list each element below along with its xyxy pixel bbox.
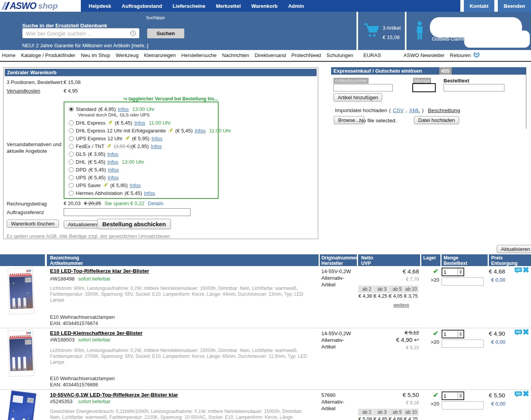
bestelltext-input[interactable] [442,340,484,348]
kontakt-button[interactable]: Kontakt [464,0,494,12]
reference-input[interactable] [64,208,191,216]
topnav-admin[interactable]: Admin [288,3,304,9]
comment-icon[interactable] [515,267,522,275]
availability-status: sofort lieferbar [78,276,110,282]
product-image[interactable]: SH [9,268,34,314]
infos-link[interactable]: Infos [108,167,119,173]
infos-link[interactable]: Infos [151,143,162,149]
nav-direktversand[interactable]: Direktversand [255,52,286,58]
infos-link[interactable]: Infos [130,182,141,188]
remove-item-icon[interactable]: ✖ [522,389,529,399]
nav-aswo-newsletter[interactable]: ASWO Newsletter [404,52,445,58]
infos-link[interactable]: Infos [144,190,155,196]
search-history-icon[interactable] [129,30,136,38]
radio-ups[interactable] [69,175,74,180]
stock-check-icon: ✔ [421,391,438,399]
infos-link[interactable]: Infos [107,151,118,157]
product-title-link[interactable]: 10-55VAC-0,1W LED-Top-Riffelkerze 3er-Bl… [50,392,178,398]
topnav-lieferscheine[interactable]: Lieferscheine [173,3,205,9]
quantity-input[interactable] [442,268,457,275]
radio-dhl-express[interactable] [69,120,74,125]
promo-text[interactable]: NEU! 2 Jahre Garantie für Millionen von … [22,43,148,48]
aswo-logo-mark-icon [3,2,8,10]
beschreibung-link[interactable]: Beschreibung [428,107,460,113]
clear-cart-button[interactable]: Warenkorb löschen [7,220,59,228]
beenden-button[interactable]: Beenden [498,0,531,12]
infos-link[interactable]: Infos [134,120,145,126]
product-image[interactable]: SH [9,330,34,376]
topnav-helpdesk[interactable]: Helpdesk [89,3,111,9]
remove-item-icon[interactable]: ✖ [522,265,529,275]
invoice-details-link[interactable]: Details [148,200,164,206]
radio-dpd[interactable] [69,167,74,172]
minicart[interactable]: 3 Artikel € 15,08 [358,12,405,50]
update-cart-button[interactable]: Aktualisieren [64,220,101,229]
nav-protechneed[interactable]: ProtechNeed [291,52,321,58]
radio-fedex-tnt[interactable] [69,144,74,149]
nav-neu-im-shop[interactable]: Neu im Shop [81,52,110,58]
quantity-spinner[interactable] [457,268,463,275]
quantity-input[interactable] [442,331,457,338]
bestelltext-express-input[interactable] [444,84,504,91]
no-file-text: No file selected. [359,118,397,123]
radio-gls[interactable] [69,152,74,157]
col-lager: Lager [421,254,440,266]
col-menge: MengeBestelltext [442,254,488,266]
stock-quantity: >20 [421,401,439,407]
menge-input[interactable] [412,83,436,92]
nav-retouren[interactable]: Retouren [450,52,470,58]
suchen-button[interactable]: Suchen [147,29,184,38]
remove-item-icon[interactable]: ✖ [522,327,529,337]
add-article-button[interactable]: Artikel hinzufügen [333,93,382,102]
upload-file-button[interactable]: Datei hochladen [414,116,459,124]
topnav-merkzettel[interactable]: Merkzettel [216,3,241,9]
infos-link[interactable]: Infos [108,175,119,181]
xml-link[interactable]: XML [409,107,420,113]
quantity-input[interactable] [442,392,457,399]
infos-link[interactable]: Infos [118,106,129,112]
retouren-icon[interactable]: R [473,51,480,59]
versandkosten-link[interactable]: Versandkosten [7,88,40,94]
product-title-link[interactable]: E10 LED-Top-Riffelkerze klar 3er-Blister [50,268,149,274]
radio-dhl[interactable] [69,159,74,164]
nav-kleinanzeigen[interactable]: Kleinanzeigen [144,52,176,58]
infos-link[interactable]: Infos [151,136,162,141]
radio-standard[interactable] [69,107,74,112]
infos-link[interactable]: Infos [195,128,206,134]
search-input[interactable] [22,28,139,38]
user-box[interactable]: Gottlieb-Daimler- [406,12,531,50]
product-title-link[interactable]: E10 LED-Kleinschaftkerze 3er-Blister [50,330,143,336]
radio-ups-express-12[interactable] [69,136,74,141]
nav-herstellersuche[interactable]: Herstellersuche [181,52,216,58]
cart-panel-title: Zentraler Warenkorb [5,69,317,76]
csv-link[interactable]: CSV [393,107,404,113]
aswo-logo[interactable]: ASWO shop [0,0,81,12]
nav-werkzeug[interactable]: Werkzeug [116,52,138,58]
main-navigation: Home Kataloge / Produktfinder Neu im Sho… [0,50,531,61]
quantity-spinner[interactable] [457,331,463,338]
nav-home[interactable]: Home [2,52,16,58]
weitere-link[interactable]: weitere [358,302,409,308]
redaction-blob [464,30,530,48]
infos-link[interactable]: Infos [107,159,118,165]
radio-dhl-express-12[interactable] [69,128,74,133]
product-image[interactable] [9,392,34,420]
nav-euras[interactable]: EURAS [364,52,381,58]
comment-icon[interactable] [515,391,522,399]
suchtipps-link[interactable]: Suchtipps [146,15,165,20]
radio-ups-saver[interactable] [69,183,74,188]
table-update-button[interactable]: Aktualisieren [497,245,531,253]
topnav-warenkorb[interactable]: Warenkorb [251,3,278,9]
radio-hermes[interactable] [69,191,74,196]
nav-nachrichten[interactable]: Nachrichten [222,52,249,58]
submit-order-button[interactable]: Bestellung abschicken [97,219,171,229]
comment-icon[interactable] [515,329,522,338]
topnav-auftragsbestand[interactable]: Auftragsbestand [122,3,162,9]
nav-schulungen[interactable]: Schulungen [326,52,353,58]
shipping-option-gls: GLS (€ 3,95) Infos [69,150,216,158]
bestelltext-input[interactable] [442,401,484,409]
nav-kataloge[interactable]: Kataloge / Produktfinder [21,52,75,58]
bestelltext-input[interactable] [442,277,484,286]
artikelnummer-input[interactable] [333,84,393,91]
quantity-spinner[interactable] [457,392,463,399]
